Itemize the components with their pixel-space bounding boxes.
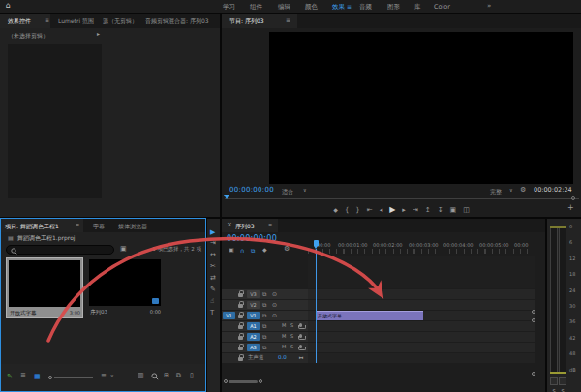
- lock-icon[interactable]: [238, 347, 243, 350]
- panel-menu-icon[interactable]: ≡: [45, 17, 49, 23]
- mark-out-button[interactable]: }: [355, 207, 359, 214]
- lock-icon[interactable]: [238, 304, 243, 308]
- add-button[interactable]: +: [567, 204, 574, 212]
- panel-menu-icon[interactable]: ≡: [76, 223, 79, 227]
- program-settings-icon[interactable]: ⚙: [520, 187, 526, 194]
- track-button-v2[interactable]: V2: [247, 301, 260, 309]
- source-patch-v1[interactable]: V1: [223, 312, 235, 319]
- solo-button[interactable]: S: [290, 334, 293, 339]
- track-select-tool[interactable]: ⇥: [210, 240, 216, 247]
- timeline-timecode[interactable]: 00:00:00:00: [227, 235, 277, 243]
- program-scrubber[interactable]: [225, 198, 579, 199]
- panel-menu-icon[interactable]: ≡: [286, 17, 290, 23]
- video-track-lane-v3[interactable]: [308, 289, 535, 299]
- workspace-tab-effects[interactable]: 效果: [332, 3, 345, 12]
- hand-tool[interactable]: ☝: [210, 298, 214, 305]
- master-volume-value[interactable]: 0.0: [278, 355, 287, 361]
- fit-chevron-icon[interactable]: ∨: [303, 188, 307, 193]
- h-zoom-bar[interactable]: [229, 380, 258, 383]
- workspace-overflow-icon[interactable]: »: [487, 2, 491, 10]
- tab-program-monitor[interactable]: 节目: 序列03 ≡: [222, 14, 297, 28]
- track-button-a3[interactable]: A3: [247, 344, 260, 351]
- eye-icon[interactable]: ⊙: [272, 313, 277, 318]
- keyframe-nav-icon[interactable]: ▸◂: [299, 355, 302, 360]
- timeline-clip-open-captions[interactable]: 开放式字幕: [316, 311, 423, 320]
- step-back-button[interactable]: ◂: [380, 207, 383, 214]
- quality-chevron-icon[interactable]: ∨: [509, 188, 513, 193]
- close-icon[interactable]: ×: [227, 222, 232, 228]
- v-scroll-handle-bottom[interactable]: [532, 318, 535, 322]
- workspace-tab-learning[interactable]: 学习: [223, 3, 235, 12]
- tab-captions[interactable]: 字幕: [93, 223, 105, 231]
- clear-button[interactable]: ▯: [190, 373, 194, 379]
- workspace-tab-color[interactable]: 颜色: [305, 3, 318, 12]
- workspace-tab-color-custom[interactable]: Color: [434, 3, 450, 11]
- v-scroll-dot[interactable]: [532, 372, 535, 376]
- audio-track-lane-a3[interactable]: [308, 343, 535, 352]
- slip-tool[interactable]: ⇄: [210, 275, 216, 282]
- nest-toggle-button[interactable]: ▣: [229, 247, 234, 253]
- project-item-sequence03[interactable]: 序列03 0:00: [87, 257, 165, 318]
- list-view-button[interactable]: ≣: [20, 373, 26, 379]
- track-button-a2[interactable]: A2: [247, 333, 260, 341]
- go-to-out-button[interactable]: ⇥: [413, 207, 418, 214]
- go-to-in-button[interactable]: ⇤: [367, 207, 373, 214]
- sync-lock-icon[interactable]: ⧉: [262, 291, 266, 297]
- home-icon[interactable]: ⌂: [6, 2, 11, 10]
- search-input[interactable]: [6, 245, 114, 255]
- ripple-edit-tool[interactable]: ↔: [210, 252, 216, 258]
- extract-button[interactable]: ↧: [438, 207, 443, 214]
- tab-lumetri-scopes[interactable]: Lumetri 范围: [58, 17, 94, 26]
- step-forward-button[interactable]: ▸: [402, 207, 406, 214]
- solo-button[interactable]: S: [290, 345, 293, 349]
- sync-lock-icon[interactable]: ⧉: [262, 313, 266, 318]
- project-item-open-captions[interactable]: 开放式字幕 3:00: [6, 257, 83, 318]
- eye-icon[interactable]: ⊙: [272, 302, 277, 308]
- program-playhead[interactable]: [224, 195, 229, 199]
- workspace-tab-graphics[interactable]: 图形: [387, 3, 400, 12]
- sort-button[interactable]: ≡: [101, 373, 107, 379]
- eye-icon[interactable]: ⊙: [272, 291, 277, 297]
- tab-source-monitor[interactable]: 源（无剪辑）: [103, 17, 138, 26]
- mute-button[interactable]: M: [282, 323, 286, 328]
- h-zoom-handle-right[interactable]: [259, 379, 262, 383]
- add-marker-button[interactable]: ◆: [333, 207, 338, 213]
- solo-left-button[interactable]: S: [550, 377, 558, 385]
- lock-icon[interactable]: [238, 336, 243, 340]
- tab-project[interactable]: 项目: 舞蹈调色工程1 ≡: [0, 219, 83, 232]
- mute-button[interactable]: M: [282, 334, 286, 339]
- comparison-view-button[interactable]: ◫: [463, 207, 470, 214]
- expand-right-icon[interactable]: ▸: [97, 31, 100, 37]
- mic-icon[interactable]: [299, 323, 302, 327]
- track-button-v1[interactable]: V1: [247, 312, 260, 319]
- sync-lock-icon[interactable]: ⧉: [262, 345, 266, 350]
- add-marker-button[interactable]: ◆: [262, 247, 267, 253]
- mute-button[interactable]: M: [282, 345, 286, 349]
- workspace-tab-assembly[interactable]: 组件: [250, 3, 262, 12]
- solo-right-button[interactable]: S: [559, 377, 566, 385]
- timeline-ruler[interactable]: 00:00 00:00:01:00 00:00:02:00 00:00:03:0…: [308, 240, 535, 254]
- v-scroll-handle-top[interactable]: [532, 310, 535, 314]
- selection-tool[interactable]: ▶: [210, 228, 215, 236]
- workspace-tab-editing[interactable]: 编辑: [278, 3, 290, 12]
- tab-media-browser[interactable]: 媒体浏览器: [118, 223, 147, 231]
- track-button-a1[interactable]: A1: [247, 322, 260, 330]
- pen-tool[interactable]: ✎: [210, 286, 216, 293]
- workspace-menu-icon[interactable]: ≡: [347, 3, 352, 10]
- quality-dropdown[interactable]: 完整: [490, 188, 502, 196]
- zoom-slider-handle[interactable]: [48, 376, 52, 379]
- video-track-lane-v2[interactable]: [308, 300, 535, 310]
- lift-button[interactable]: ↥: [425, 207, 431, 214]
- h-zoom-handle-left[interactable]: [224, 379, 228, 383]
- new-item-button[interactable]: ⧉: [176, 373, 181, 379]
- audio-track-lane-a1[interactable]: [308, 321, 535, 331]
- type-tool[interactable]: T: [210, 310, 214, 317]
- filter-button[interactable]: ▣: [120, 246, 127, 253]
- lock-icon[interactable]: [238, 293, 243, 297]
- new-bin-button[interactable]: ⊞: [164, 373, 169, 379]
- tab-effect-controls[interactable]: 效果控件: [0, 14, 50, 28]
- mark-in-button[interactable]: {: [345, 207, 349, 214]
- track-button-v3[interactable]: V3: [247, 290, 260, 298]
- icon-view-button[interactable]: ▦: [34, 373, 41, 380]
- export-frame-button[interactable]: ▣: [450, 207, 457, 214]
